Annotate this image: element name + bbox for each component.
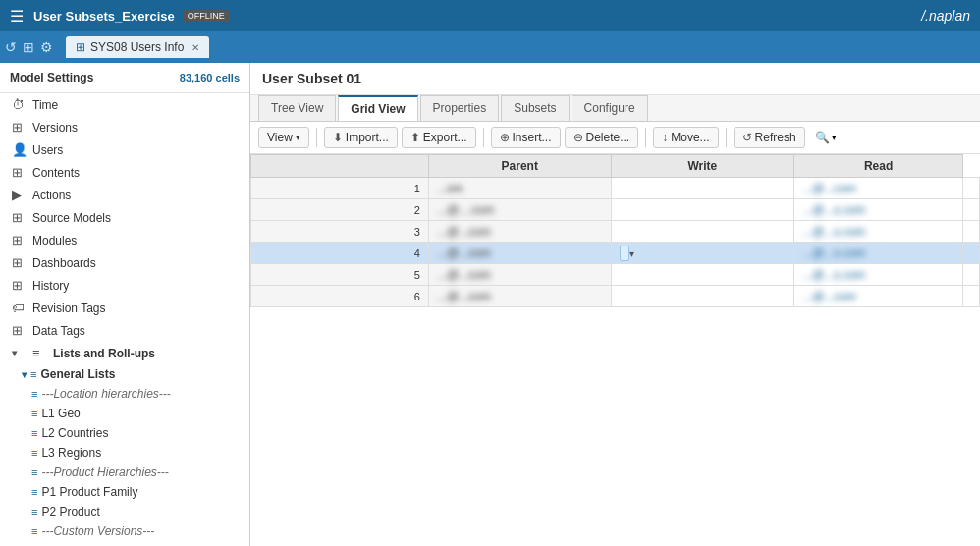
parent-cell[interactable] [611,178,794,199]
sidebar-item-location-hierarchies[interactable]: ≡ ---Location hierarchies--- [0,384,249,404]
offline-badge: OFFLINE [183,10,230,22]
delete-icon: ⊖ [573,131,583,144]
tab-grid-view[interactable]: Grid View [338,95,417,121]
sidebar-item-contents[interactable]: ⊞ Contents [0,161,249,184]
parent-cell[interactable] [611,199,794,221]
sidebar-item-custom-versions[interactable]: ≡ ---Custom Versions--- [0,521,249,541]
actions-icon: ▶ [12,188,27,202]
sidebar-item-l3-regions[interactable]: ≡ L3 Regions [0,443,249,463]
tab-bar-icons: ↺ ⊞ ⚙ [5,39,53,55]
cell-count: 83,160 cells [180,72,240,83]
versions-icon: ⊞ [12,120,27,135]
separator [726,128,727,147]
sidebar-item-versions[interactable]: ⊞ Versions [0,116,249,138]
dropdown-arrow-icon[interactable]: ▾ [629,248,634,259]
tab-close-icon[interactable]: ✕ [191,42,199,53]
refresh-label: Refresh [755,131,796,144]
parent-cell[interactable] [611,286,794,307]
col-header-parent: Parent [428,155,611,178]
sidebar-item-l1-geo[interactable]: ≡ L1 Geo [0,404,249,423]
lists-icon: ≡ [32,346,48,360]
table-row[interactable]: 1...om...@...com [251,178,980,199]
sidebar-item-time[interactable]: ⏱ Time [0,93,249,116]
refresh-icon[interactable]: ↺ [5,39,17,55]
sidebar-item-label: Revision Tags [32,301,105,315]
refresh-icon: ↺ [742,131,752,144]
general-lists-icon: ≡ [30,368,36,380]
sidebar: Model Settings 83,160 cells ⏱ Time ⊞ Ver… [0,63,250,546]
parent-cell[interactable] [611,221,794,243]
sidebar-item-lists-rollups[interactable]: ▾ ≡ Lists and Roll-ups [0,342,249,364]
page-title: User Subset 01 [262,71,361,86]
sidebar-item-revision-tags[interactable]: 🏷 Revision Tags [0,297,249,319]
parent-dropdown[interactable] [620,246,629,261]
settings-icon[interactable]: ⚙ [40,39,53,55]
parent-cell[interactable] [611,264,794,286]
tab-configure[interactable]: Configure [572,95,648,121]
contents-icon: ⊞ [12,165,27,180]
menu-icon[interactable]: ☰ [10,7,24,26]
time-icon: ⏱ [12,97,27,112]
parent-cell[interactable]: ▾ [611,243,794,264]
sidebar-item-label: History [32,279,69,293]
table-row[interactable]: 2...@....com...@...s.com [251,199,980,221]
top-bar: ☰ User Subsets_Exercise OFFLINE /.naplan [0,0,980,31]
separator [483,128,484,147]
tab-label: SYS08 Users Info [90,40,184,54]
sidebar-item-general-lists[interactable]: ▾ ≡ General Lists [0,364,249,384]
write-cell: ...@...s.com [794,199,963,221]
tab-subsets[interactable]: Subsets [501,95,569,121]
sidebar-item-p2-product[interactable]: ≡ P2 Product [0,502,249,521]
table-row[interactable]: 6...@...com...@...com [251,286,980,307]
table-row[interactable]: 5...@...com...@...s.com [251,264,980,286]
sidebar-item-l2-countries[interactable]: ≡ L2 Countries [0,423,249,443]
sidebar-item-actions[interactable]: ▶ Actions [0,184,249,206]
content-header: User Subset 01 [250,63,980,95]
list-icon: ≡ [31,486,37,498]
main-layout: Model Settings 83,160 cells ⏱ Time ⊞ Ver… [0,63,980,546]
row-number: 1 [251,178,429,199]
sidebar-item-product-hierarchies[interactable]: ≡ ---Product Hierarchies--- [0,463,249,482]
move-button[interactable]: ↕ Move... [653,127,718,148]
export-button[interactable]: ⬆ Export... [402,127,476,148]
sidebar-item-history[interactable]: ⊞ History [0,274,249,297]
list-icon: ≡ [31,525,37,537]
sidebar-item-label: P2 Product [41,505,99,519]
read-cell [963,286,980,307]
search-button[interactable]: 🔍 ▾ [809,128,843,147]
insert-button[interactable]: ⊕ Insert... [491,127,561,148]
separator [316,128,317,147]
list-icon: ≡ [31,408,37,419]
import-button[interactable]: ⬇ Import... [324,127,398,148]
grid-container[interactable]: Parent Write Read 1...om...@...com2...@.… [250,154,980,546]
sidebar-item-label: Contents [32,166,80,180]
sidebar-item-users[interactable]: 👤 Users [0,138,249,161]
dashboards-icon: ⊞ [12,255,27,270]
table-row[interactable]: 3...@...com...@...s.com [251,221,980,243]
write-cell: ...@...com [794,286,963,307]
sidebar-item-label: ---Custom Versions--- [41,524,154,538]
tab-properties[interactable]: Properties [420,95,500,121]
write-cell: ...@...com [794,178,963,199]
anaplan-logo: /.naplan [921,8,970,24]
table-row[interactable]: 4...@...com ▾...@...s.com [251,243,980,264]
view-tabs: Tree View Grid View Properties Subsets C… [250,95,980,122]
sidebar-item-planning-versions[interactable]: ≡ Planning Versions [0,541,249,546]
sidebar-item-modules[interactable]: ⊞ Modules [0,229,249,251]
list-icon: ≡ [31,447,37,459]
sidebar-item-dashboards[interactable]: ⊞ Dashboards [0,251,249,274]
sidebar-item-source-models[interactable]: ⊞ Source Models [0,206,249,229]
insert-icon: ⊕ [500,131,510,144]
view-button[interactable]: View ▾ [258,127,309,148]
refresh-button[interactable]: ↺ Refresh [734,127,805,148]
sidebar-item-label: Dashboards [32,256,96,270]
delete-button[interactable]: ⊖ Delete... [565,127,639,148]
sidebar-item-p1-product-family[interactable]: ≡ P1 Product Family [0,482,249,502]
tab-tree-view[interactable]: Tree View [258,95,336,121]
data-grid: Parent Write Read 1...om...@...com2...@.… [250,154,980,307]
grid-icon[interactable]: ⊞ [23,39,34,55]
sidebar-item-data-tags[interactable]: ⊞ Data Tags [0,319,249,342]
row-label: ...@...com [428,221,611,243]
sidebar-item-label: L3 Regions [41,446,101,460]
tab-sys08[interactable]: ⊞ SYS08 Users Info ✕ [66,36,209,58]
